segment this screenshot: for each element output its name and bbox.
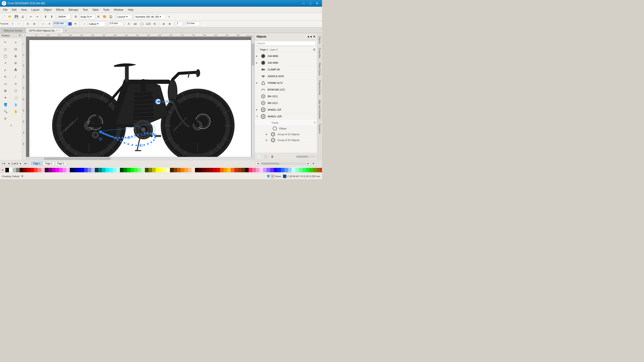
target-tool[interactable]: ⊕ bbox=[11, 53, 20, 59]
palette-color-55[interactable] bbox=[202, 168, 206, 172]
search-input[interactable] bbox=[256, 41, 316, 46]
palette-color-71[interactable] bbox=[260, 168, 263, 172]
tab-document[interactable]: CDTS-2019 Objects Do...* ✕ bbox=[26, 28, 63, 33]
nav-right-btn[interactable]: ► bbox=[167, 21, 173, 27]
formula-btn[interactable]: fx bbox=[152, 21, 158, 27]
palette-color-88[interactable] bbox=[320, 168, 322, 172]
palette-color-66[interactable] bbox=[242, 168, 245, 172]
number-btn[interactable]: 123 bbox=[145, 21, 151, 27]
menu-item-tools[interactable]: Tools bbox=[101, 7, 112, 12]
palette-color-23[interactable] bbox=[88, 168, 91, 172]
palette-color-69[interactable] bbox=[252, 168, 256, 172]
menu-item-bitmaps[interactable]: Bitmaps bbox=[66, 7, 80, 12]
minimize-button[interactable]: ─ bbox=[300, 1, 307, 5]
palette-color-19[interactable] bbox=[73, 168, 77, 172]
menu-item-table[interactable]: Table bbox=[90, 7, 101, 12]
pencil-tool[interactable]: ✎ bbox=[1, 73, 10, 80]
no-fill-swatch[interactable]: ✕ bbox=[0, 168, 5, 172]
toolbox-close-icon[interactable]: ✕ bbox=[19, 34, 21, 37]
palette-color-47[interactable] bbox=[174, 168, 177, 172]
crop-tool[interactable]: ⊘ bbox=[11, 60, 20, 66]
palette-color-10[interactable] bbox=[41, 168, 45, 172]
select-tool[interactable]: ↖ bbox=[1, 39, 10, 45]
save-button[interactable]: 💾 bbox=[14, 14, 19, 20]
right-tab-projected-axes[interactable]: Projected Axes bbox=[318, 78, 322, 97]
launch-dropdown[interactable]: Launch▾ bbox=[116, 14, 132, 19]
palette-color-34[interactable] bbox=[127, 168, 130, 172]
node-tool[interactable]: ↗ bbox=[1, 60, 10, 66]
menu-item-view[interactable]: View bbox=[19, 7, 29, 12]
obj-item-wheel22r[interactable]: ▼ WHEEL-22R bbox=[255, 113, 317, 120]
palette-color-51[interactable] bbox=[188, 168, 192, 172]
contour-btn[interactable]: ⊙ bbox=[25, 21, 31, 27]
zoom-tool[interactable]: 🔍 bbox=[1, 108, 10, 115]
palette-color-20[interactable] bbox=[77, 168, 80, 172]
palette-color-82[interactable] bbox=[299, 168, 302, 172]
page1-tab[interactable]: Page 1 bbox=[31, 162, 42, 165]
palette-color-87[interactable] bbox=[317, 168, 320, 172]
palette-color-16[interactable] bbox=[62, 168, 66, 172]
close-button[interactable]: ✕ bbox=[314, 1, 320, 5]
menu-item-object[interactable]: Object bbox=[42, 7, 54, 12]
obj-item-clamp08[interactable]: CLAMP-08 bbox=[255, 66, 317, 73]
palette-color-0[interactable] bbox=[5, 168, 9, 172]
palette-color-57[interactable] bbox=[209, 168, 213, 172]
sub-item-group10[interactable]: ▶ Group of 10 Objects bbox=[255, 131, 317, 137]
delete-layer-btn[interactable]: 🗑 bbox=[270, 154, 275, 160]
snap-settings-button[interactable]: ⚙ bbox=[73, 14, 79, 20]
palette-color-32[interactable] bbox=[120, 168, 124, 172]
table-tool[interactable]: ▭ bbox=[1, 80, 10, 87]
last-page-btn[interactable]: ►| bbox=[24, 162, 28, 166]
preset-btn[interactable]: Presets▾ bbox=[1, 21, 7, 27]
export-button[interactable]: ⬆ bbox=[49, 14, 54, 20]
line-color-btn[interactable] bbox=[68, 22, 72, 26]
palette-color-15[interactable] bbox=[59, 168, 62, 172]
polygon-tool[interactable]: ⬡ bbox=[11, 87, 20, 94]
zoom-in-btn[interactable]: + bbox=[316, 162, 320, 166]
palette-color-60[interactable] bbox=[220, 168, 224, 172]
isometric-dropdown[interactable]: Isometric (30, 90, 30)▾ bbox=[134, 14, 166, 19]
canvas-container[interactable]: 0 50 100 150 200 250 300 350 400 450 bbox=[22, 37, 254, 160]
line-width-btn[interactable]: ≡ bbox=[46, 21, 52, 27]
palette-color-74[interactable] bbox=[270, 168, 274, 172]
right-tab-transform[interactable]: Transform bbox=[318, 122, 322, 136]
next-page-btn[interactable]: ► bbox=[19, 162, 23, 166]
palette-color-46[interactable] bbox=[170, 168, 174, 172]
transform-tool[interactable]: ⊹ bbox=[11, 39, 20, 45]
palette-color-54[interactable] bbox=[198, 168, 202, 172]
obj-item-frame[interactable]: ▶ FRAME-9173 bbox=[255, 79, 317, 86]
scroll-left-btn[interactable]: ◄ bbox=[256, 162, 260, 166]
palette-color-38[interactable] bbox=[141, 168, 145, 172]
home-button[interactable]: 🏠 bbox=[108, 14, 114, 20]
shape-btn[interactable]: ◯ bbox=[139, 21, 145, 27]
contour2-btn[interactable]: ⊚ bbox=[31, 21, 37, 27]
pan-tool[interactable]: ✋ bbox=[11, 108, 20, 115]
palette-color-65[interactable] bbox=[238, 168, 242, 172]
print-button[interactable]: 🖨 bbox=[20, 14, 26, 20]
grid-tool[interactable]: ⊞ bbox=[1, 87, 10, 94]
palette-color-59[interactable] bbox=[216, 168, 220, 172]
palette-color-18[interactable] bbox=[70, 168, 73, 172]
menu-item-help[interactable]: Help bbox=[126, 7, 136, 12]
line-width-input[interactable]: 0.25 mm bbox=[53, 22, 68, 26]
menu-item-edit[interactable]: Edit bbox=[10, 7, 19, 12]
tab-add-button[interactable]: + bbox=[64, 28, 68, 33]
palette-color-86[interactable] bbox=[313, 168, 317, 172]
expand-arrow-frame[interactable]: ▶ bbox=[256, 81, 259, 84]
sub-item-ellipse[interactable]: Ellipse bbox=[255, 126, 317, 131]
right-tab-object-styles[interactable]: Object Styles bbox=[318, 60, 322, 78]
palette-color-76[interactable] bbox=[277, 168, 281, 172]
add-preset-btn[interactable]: + bbox=[10, 21, 16, 27]
expand-arrow-gw9990[interactable]: ▶ bbox=[256, 61, 259, 64]
restore-button[interactable]: □ bbox=[307, 1, 314, 5]
new-button[interactable]: 📄 bbox=[1, 14, 7, 20]
palette-color-64[interactable] bbox=[234, 168, 238, 172]
palette-color-33[interactable] bbox=[124, 168, 127, 172]
prev-page-btn[interactable]: ◄ bbox=[7, 162, 11, 166]
palette-color-63[interactable] bbox=[231, 168, 234, 172]
h-scrollbar[interactable] bbox=[261, 162, 306, 165]
palette-color-40[interactable] bbox=[148, 168, 152, 172]
palette-color-79[interactable] bbox=[288, 168, 292, 172]
palette-color-1[interactable] bbox=[9, 168, 12, 172]
snap-to-dropdown[interactable]: Snap To▾ bbox=[80, 14, 95, 19]
